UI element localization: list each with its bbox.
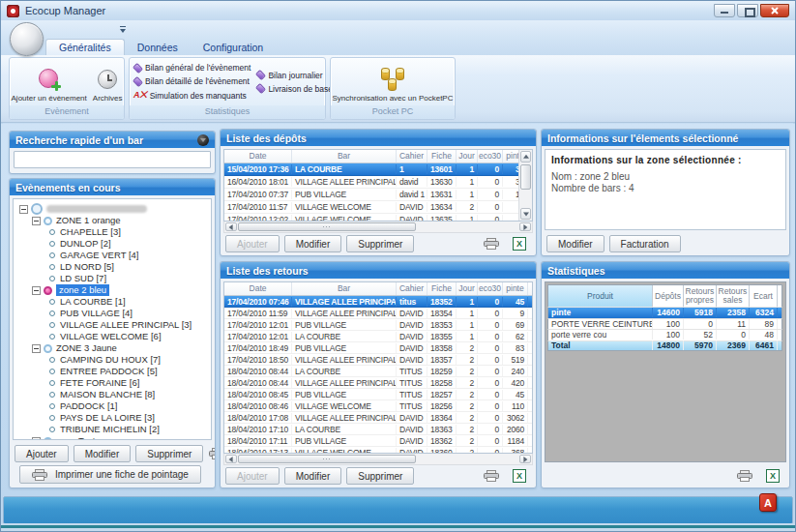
tree-bar-item[interactable]: DUNLOP [2]	[19, 238, 209, 250]
scroll-thumb[interactable]	[238, 455, 416, 463]
tree-bar-item[interactable]: FETE FORAINE [6]	[19, 377, 209, 389]
column-header[interactable]: eco30	[478, 282, 503, 295]
stats-row[interactable]: PORTE VERRE CEINTURE10001189	[547, 318, 782, 330]
minimize-button[interactable]	[714, 4, 735, 17]
tree-zone-item[interactable]: zone 2 bleu	[19, 284, 209, 296]
table-row[interactable]: 17/04/2010 18:50VILLAGE ALLEE PRINCIPALD…	[224, 354, 532, 366]
stats-total-row[interactable]: Total14800597023696461	[547, 340, 782, 352]
column-header[interactable]: Retours sales	[717, 285, 750, 307]
add-event-button[interactable]: Ajouter un évènement	[10, 58, 89, 105]
stats-print-button[interactable]	[733, 467, 756, 485]
scroll-right-icon[interactable]	[519, 455, 531, 463]
scroll-right-icon[interactable]	[519, 222, 531, 231]
events-edit-button[interactable]: Modifier	[74, 445, 132, 462]
tree-bar-item[interactable]: VILLAGE WELCOME [6]	[19, 331, 209, 342]
column-header[interactable]: Bar	[292, 150, 397, 163]
events-add-button[interactable]: Ajouter	[15, 445, 69, 462]
close-button[interactable]	[760, 4, 789, 17]
column-header[interactable]: Bar	[292, 282, 397, 295]
scroll-down-icon[interactable]	[520, 208, 531, 220]
table-row[interactable]: 18/04/2010 17:11PUB VILLAGEDAVID18362201…	[224, 435, 532, 447]
tree-expand-icon[interactable]	[32, 344, 41, 353]
tree-bar-item[interactable]: LA COURBE [1]	[19, 296, 209, 308]
retours-print-button[interactable]	[480, 467, 503, 485]
scroll-left-icon[interactable]	[225, 222, 237, 231]
tree-bar-item[interactable]: CHAPELLE [3]	[19, 226, 209, 238]
tree-root-item[interactable]	[19, 203, 209, 215]
tree-bar-item[interactable]: ENTREE PADDOCK [5]	[19, 366, 209, 377]
tree-bar-item[interactable]: PAYS DE LA LOIRE [3]	[19, 412, 209, 424]
depots-add-button[interactable]: Ajouter	[225, 235, 280, 252]
tab-generalites[interactable]: Généralités	[45, 39, 125, 55]
column-header[interactable]: Fiche	[427, 150, 457, 163]
column-header[interactable]: Produit	[548, 285, 653, 307]
tab-donnees[interactable]: Données	[125, 39, 191, 55]
column-header[interactable]: Retours propres	[684, 285, 717, 307]
table-row[interactable]: 17/04/2010 18:49PUB VILLAGEDAVID18358208…	[224, 342, 532, 354]
tree-expand-icon[interactable]	[32, 217, 41, 225]
retours-horizontal-scrollbar[interactable]	[223, 454, 533, 465]
table-row[interactable]: 16/04/2010 18:01VILLAGE ALLEE PRINCIPALd…	[224, 176, 532, 189]
livraison-base-button[interactable]: Livraison de base	[256, 84, 333, 94]
depots-delete-button[interactable]: Supprimer	[346, 235, 414, 252]
tab-configuration[interactable]: Configuration	[191, 39, 276, 55]
scroll-thumb[interactable]	[520, 164, 531, 190]
application-menu-orb[interactable]	[10, 22, 44, 56]
archives-button[interactable]: Archives	[91, 58, 125, 105]
column-header[interactable]: Cahier	[397, 150, 427, 163]
table-row[interactable]: 18/04/2010 17:10LA COURBEDAVID1836320206…	[224, 424, 532, 435]
table-row[interactable]: 18/04/2010 08:46VILLAGE WELCOMETITUS1825…	[224, 400, 532, 412]
column-header[interactable]: Date	[224, 282, 292, 295]
tree-bar-item[interactable]: TRIBUNE MICHELIN [2]	[19, 424, 209, 435]
table-row[interactable]: 17/04/2010 07:46VILLAGE ALLEE PRINCIPALt…	[224, 296, 532, 308]
qat-dropdown-icon[interactable]	[119, 26, 128, 33]
column-header[interactable]: Date	[224, 150, 292, 163]
depots-edit-button[interactable]: Modifier	[284, 235, 342, 252]
info-billing-button[interactable]: Facturation	[609, 235, 681, 252]
table-row[interactable]: 17/04/2010 12:01LA COURBEDAVID183551062	[224, 331, 532, 342]
retours-add-button[interactable]: Ajouter	[225, 467, 280, 485]
column-header[interactable]: Jour	[457, 282, 478, 295]
tree-bar-item[interactable]: LD SUD [7]	[19, 273, 209, 284]
tree-zone-item[interactable]: zone Test	[19, 435, 209, 440]
tree-collapse-icon[interactable]	[19, 205, 28, 214]
info-edit-button[interactable]: Modifier	[546, 235, 604, 252]
events-delete-button[interactable]: Supprimer	[135, 445, 203, 462]
depots-vertical-scrollbar[interactable]	[518, 150, 532, 221]
tree-bar-item[interactable]: GARAGE VERT [4]	[19, 250, 209, 261]
simulation-manquants-button[interactable]: A⨉ Simulation des manquants	[133, 90, 251, 101]
table-row[interactable]: 18/04/2010 08:44VILLAGE ALLEE PRINCIPALT…	[224, 377, 532, 389]
table-row[interactable]: 17/04/2010 11:57VILLAGE WELCOMEDAVID1363…	[224, 201, 532, 214]
table-row[interactable]: 18/04/2010 08:45PUB VILLAGETITUS18257204…	[224, 389, 532, 400]
scroll-up-icon[interactable]	[520, 151, 531, 163]
table-row[interactable]: 18/04/2010 08:44LA COURBETITUS1825920240	[224, 366, 532, 377]
stats-row[interactable]: pinte14600591823586324	[547, 307, 782, 318]
scroll-left-icon[interactable]	[225, 455, 237, 463]
tree-bar-item[interactable]: MAISON BLANCHE [8]	[19, 389, 209, 400]
bilan-journalier-button[interactable]: Bilan journalier	[256, 71, 333, 80]
column-header[interactable]: Dépôts	[653, 285, 684, 307]
column-header[interactable]: Ecart	[750, 285, 778, 307]
column-header[interactable]: Fiche	[427, 282, 457, 295]
scroll-thumb[interactable]	[238, 222, 416, 231]
collapse-icon[interactable]	[197, 134, 209, 146]
table-row[interactable]: 17/04/2010 12:01PUB VILLAGEDAVID18353106…	[224, 319, 532, 331]
tree-bar-item[interactable]: PUB VILLAGE [4]	[19, 308, 209, 319]
column-header[interactable]: eco30	[478, 150, 503, 163]
column-header[interactable]: Jour	[457, 150, 478, 163]
column-header[interactable]: pinte	[503, 282, 528, 295]
search-input[interactable]	[14, 151, 211, 168]
retours-edit-button[interactable]: Modifier	[284, 467, 342, 485]
table-row[interactable]: 15/04/2010 17:36LA COURBE1136011030	[224, 163, 532, 176]
bilan-general-button[interactable]: Bilan général de l'évènement	[133, 63, 251, 73]
stats-export-excel-button[interactable]: X	[761, 467, 784, 485]
table-row[interactable]: 17/04/2010 07:37PUB VILLAGEdavid 1136311…	[224, 189, 532, 201]
tree-bar-item[interactable]: CAMPING DU HOUX [7]	[19, 354, 209, 366]
depots-print-button[interactable]	[480, 235, 503, 252]
print-scoresheet-button[interactable]: Imprimer une fiche de pointage	[19, 465, 201, 484]
tree-zone-item[interactable]: ZONE 1 orange	[19, 215, 209, 226]
tree-bar-item[interactable]: PADDOCK [1]	[19, 400, 209, 412]
maximize-button[interactable]	[737, 4, 758, 17]
column-header[interactable]: Cahier	[397, 282, 427, 295]
table-row[interactable]: 18/04/2010 17:13VILLAGE WELCOMEDAVID1836…	[224, 447, 532, 454]
